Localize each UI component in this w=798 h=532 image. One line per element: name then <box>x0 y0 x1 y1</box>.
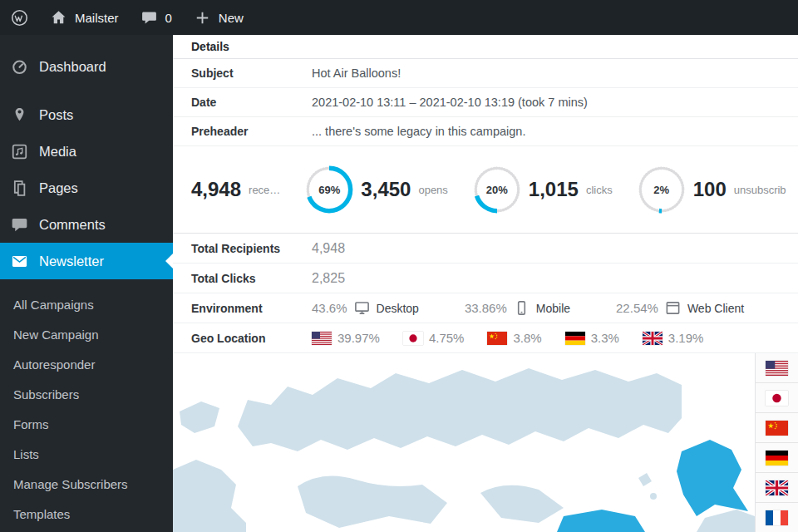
geo-legend-column <box>755 353 798 532</box>
sidebar-item-comments[interactable]: Comments <box>0 206 173 243</box>
submenu-label: Subscribers <box>13 387 79 401</box>
date-row: Date 2021-02-10 13:11 – 2021-02-10 13:19… <box>173 88 798 117</box>
date-value: 2021-02-10 13:11 – 2021-02-10 13:19 (too… <box>312 96 588 109</box>
submenu-label: All Campaigns <box>13 298 94 312</box>
flag-cn-icon <box>487 332 507 345</box>
submenu-label: New Campaign <box>13 328 99 342</box>
geo-location-row: Geo Location 39.97% 4.75% 3.8% 3.3% 3.19… <box>173 323 798 353</box>
sidebar-item-forms[interactable]: Forms <box>0 409 173 439</box>
sidebar-item-posts[interactable]: Posts <box>0 96 173 133</box>
sidebar-item-subscribers[interactable]: Subscribers <box>0 379 173 409</box>
row-label: Total Recipients <box>191 242 312 255</box>
environment-items: 43.6% Desktop 33.86% Mobile 22.54% <box>312 300 744 316</box>
mobile-icon <box>514 300 530 316</box>
home-icon <box>50 9 67 27</box>
clicks-donut-chart: 20% <box>473 165 521 214</box>
geo-item-de: 3.3% <box>565 331 619 345</box>
envelope-icon <box>11 253 28 270</box>
world-map <box>173 353 755 532</box>
dashboard-icon <box>11 58 28 76</box>
geo-percent-de: 3.3% <box>591 331 619 345</box>
newsletter-submenu: All Campaigns New Campaign Autoresponder… <box>0 279 173 529</box>
sidebar-item-lists[interactable]: Lists <box>0 439 173 469</box>
subject-row: Subject Hot Air Balloons! <box>173 59 798 88</box>
flag-de-icon <box>766 451 788 466</box>
opens-percent: 69% <box>305 165 353 214</box>
flag-cn-icon <box>766 421 788 436</box>
sidebar-item-newsletter[interactable]: Newsletter <box>0 243 173 279</box>
admin-menu: Dashboard Posts Media Pages <box>0 35 173 529</box>
admin-sidebar: Dashboard Posts Media Pages <box>0 35 173 532</box>
preheader-row: Preheader ... there's some legacy in thi… <box>173 117 798 146</box>
geo-percent-us: 39.97% <box>337 331 380 345</box>
clicks-count: 1,015 <box>529 178 579 201</box>
opens-label: opens <box>418 184 447 196</box>
wordpress-menu-button[interactable] <box>0 0 39 35</box>
row-label: Date <box>191 96 312 109</box>
legend-row-jp <box>756 383 798 413</box>
stat-unsubscribes: 2% 100 unsubscrib <box>638 165 786 214</box>
stat-clicks: 20% 1,015 clicks <box>473 165 613 214</box>
pin-icon <box>11 106 28 124</box>
total-clicks-value: 2,825 <box>312 271 345 286</box>
geo-item-cn: 3.8% <box>487 331 541 345</box>
web-client-label: Web Client <box>687 302 744 315</box>
comments-button[interactable]: 0 <box>130 0 183 35</box>
total-recipients-value: 4,948 <box>312 241 345 256</box>
total-clicks-row: Total Clicks 2,825 <box>173 264 798 293</box>
desktop-label: Desktop <box>377 302 419 315</box>
sidebar-item-autoresponder[interactable]: Autoresponder <box>0 349 173 379</box>
clicks-percent: 20% <box>473 165 521 214</box>
environment-mobile: 33.86% Mobile <box>465 300 570 316</box>
stat-opens: 69% 3,450 opens <box>305 165 447 214</box>
desktop-percent: 43.6% <box>312 301 347 315</box>
flag-de-icon <box>565 332 585 345</box>
received-label: rece… <box>249 184 280 196</box>
sidebar-item-pages[interactable]: Pages <box>0 170 173 206</box>
browser-window-icon <box>665 300 681 316</box>
row-label: Subject <box>191 66 312 80</box>
flag-us-icon <box>312 332 332 345</box>
geo-item-gb: 3.19% <box>643 331 704 345</box>
sidebar-item-templates[interactable]: Templates <box>0 499 173 529</box>
sidebar-item-new-campaign[interactable]: New Campaign <box>0 319 173 349</box>
map-highlight-alaska <box>677 440 748 516</box>
preheader-value: ... there's some legacy in this campaign… <box>312 125 525 138</box>
sidebar-item-dashboard[interactable]: Dashboard <box>0 48 173 85</box>
received-count: 4,948 <box>191 178 241 201</box>
desktop-icon <box>354 300 370 316</box>
sidebar-item-media[interactable]: Media <box>0 133 173 170</box>
geo-percent-gb: 3.19% <box>668 331 704 345</box>
sidebar-item-label: Dashboard <box>39 59 106 75</box>
new-content-button[interactable]: New <box>183 0 254 35</box>
site-name-button[interactable]: Mailster <box>39 0 130 35</box>
unsubscribes-count: 100 <box>693 178 727 201</box>
campaign-details-panel: Details Subject Hot Air Balloons! Date 2… <box>173 35 798 532</box>
comment-bubble-icon <box>140 9 158 27</box>
sidebar-item-manage-subscribers[interactable]: Manage Subscribers <box>0 469 173 499</box>
row-label: Preheader <box>191 125 312 138</box>
geo-map-section <box>173 353 798 532</box>
stat-received: 4,948 rece… <box>191 178 280 201</box>
sidebar-item-label: Newsletter <box>39 254 104 269</box>
panel-title: Details <box>173 35 798 59</box>
legend-row-fr <box>756 503 798 532</box>
submenu-label: Forms <box>13 417 49 431</box>
web-client-percent: 22.54% <box>616 301 658 315</box>
environment-web-client: 22.54% Web Client <box>616 300 744 316</box>
map-highlight-us <box>557 510 645 532</box>
flag-gb-icon <box>766 480 788 495</box>
legend-row-cn <box>756 413 798 443</box>
flag-gb-icon <box>643 332 663 345</box>
submenu-label: Autoresponder <box>13 357 95 372</box>
wordpress-logo-icon <box>11 9 28 27</box>
flag-us-icon <box>766 361 788 376</box>
sidebar-item-all-campaigns[interactable]: All Campaigns <box>0 289 173 319</box>
geo-item-us: 39.97% <box>312 331 380 345</box>
sidebar-item-label: Comments <box>39 217 106 233</box>
environment-desktop: 43.6% Desktop <box>312 300 419 316</box>
site-name: Mailster <box>75 11 119 25</box>
environment-row: Environment 43.6% Desktop 33.86% Mobile <box>173 293 798 323</box>
opens-donut-chart: 69% <box>305 165 353 214</box>
geo-items: 39.97% 4.75% 3.8% 3.3% 3.19% <box>312 331 703 345</box>
